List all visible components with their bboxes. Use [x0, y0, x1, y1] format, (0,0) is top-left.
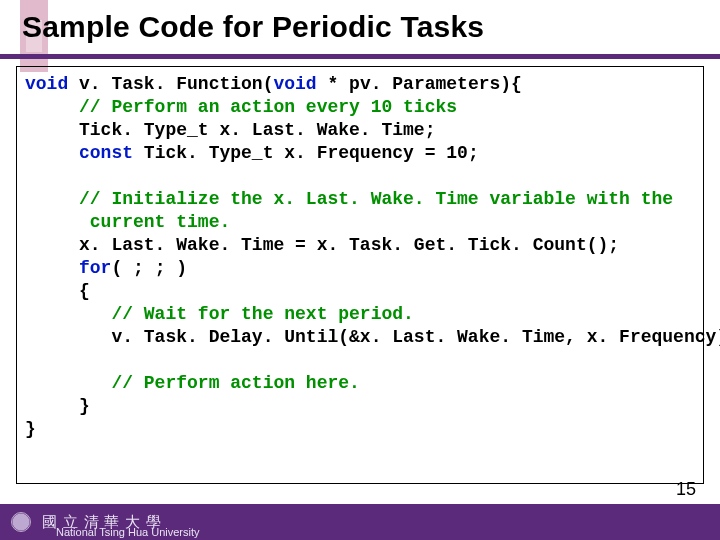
code-l1d: * pv. Parameters){: [317, 74, 522, 94]
code-l7a: [25, 258, 79, 278]
title-underline: [0, 54, 720, 59]
comment-l5b: current time.: [25, 212, 230, 232]
code-l6: x. Last. Wake. Time = x. Task. Get. Tick…: [25, 235, 619, 255]
comment-l9: // Wait for the next period.: [25, 304, 414, 324]
slide: Sample Code for Periodic Tasks void v. T…: [0, 0, 720, 540]
code-box: void v. Task. Function(void * pv. Parame…: [16, 66, 704, 484]
kw-void-2: void: [273, 74, 316, 94]
code-block: void v. Task. Function(void * pv. Parame…: [25, 73, 695, 442]
blank-1: [25, 166, 36, 186]
blank-2: [25, 350, 36, 370]
code-l4c: Tick. Type_t x. Frequency = 10;: [133, 143, 479, 163]
kw-const: const: [79, 143, 133, 163]
code-l8: {: [25, 281, 90, 301]
code-l1b: v. Task. Function(: [68, 74, 273, 94]
kw-for: for: [79, 258, 111, 278]
code-l3: Tick. Type_t x. Last. Wake. Time;: [25, 120, 435, 140]
university-logo-icon: [6, 507, 36, 537]
code-l4a: [25, 143, 79, 163]
kw-void-1: void: [25, 74, 68, 94]
code-l10: v. Task. Delay. Until(&x. Last. Wake. Ti…: [25, 327, 720, 347]
code-l7c: ( ; ; ): [111, 258, 187, 278]
footer-en-text: National Tsing Hua University: [56, 526, 199, 538]
footer-bar: 國 立 清 華 大 學 National Tsing Hua Universit…: [0, 504, 720, 540]
page-number: 15: [676, 479, 696, 500]
comment-l5a: // Initialize the x. Last. Wake. Time va…: [25, 189, 673, 209]
slide-title: Sample Code for Periodic Tasks: [22, 10, 484, 44]
comment-l11: // Perform action here.: [25, 373, 360, 393]
code-l13: }: [25, 419, 36, 439]
code-l12: }: [25, 396, 90, 416]
comment-l2: // Perform an action every 10 ticks: [25, 97, 457, 117]
